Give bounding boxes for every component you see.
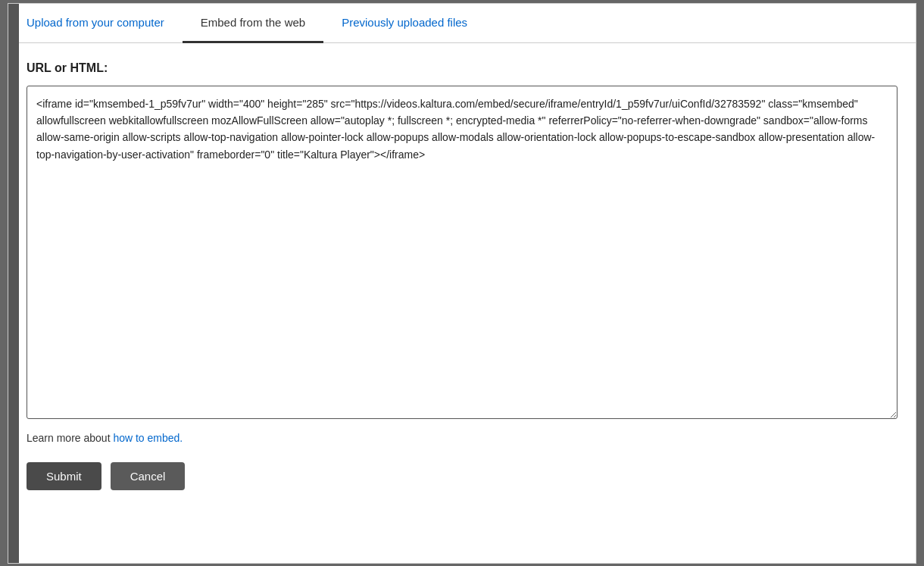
field-label: URL or HTML:: [27, 61, 897, 75]
submit-button[interactable]: Submit: [27, 462, 101, 490]
tab-content: URL or HTML: Learn more about how to emb…: [8, 43, 916, 505]
how-to-embed-link[interactable]: how to embed.: [113, 432, 183, 444]
learn-more-text: Learn more about: [27, 432, 113, 444]
tab-embed[interactable]: Embed from the web: [183, 4, 323, 43]
embed-textarea[interactable]: [27, 86, 897, 419]
modal-container: Upload from your computer Embed from the…: [8, 3, 916, 564]
tab-upload[interactable]: Upload from your computer: [8, 4, 183, 43]
tab-previously[interactable]: Previously uploaded files: [323, 4, 485, 43]
learn-more-section: Learn more about how to embed.: [27, 432, 897, 444]
cancel-button[interactable]: Cancel: [111, 462, 186, 490]
sidebar-left: [8, 4, 19, 563]
tab-bar: Upload from your computer Embed from the…: [8, 4, 916, 43]
action-buttons: Submit Cancel: [27, 462, 897, 490]
